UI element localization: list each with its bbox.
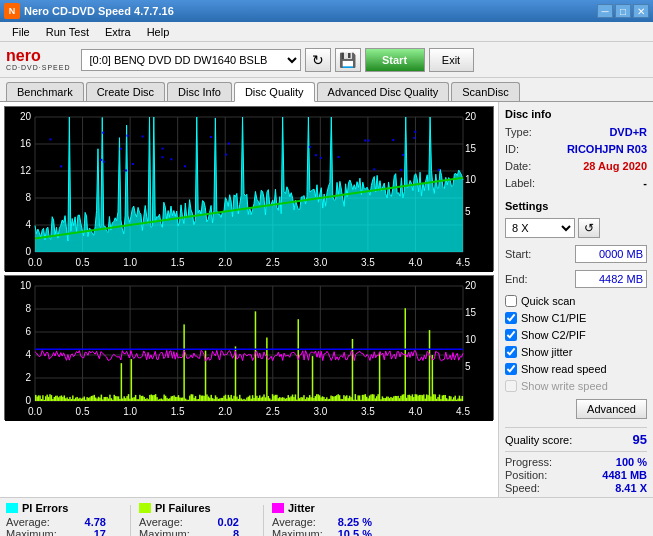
pi-failures-avg-value: 0.02: [218, 516, 239, 528]
show-jitter-label: Show jitter: [521, 346, 572, 358]
quick-scan-checkbox[interactable]: [505, 295, 517, 307]
show-read-speed-label: Show read speed: [521, 363, 607, 375]
nero-logo: nero CD·DVD·SPEED: [6, 48, 71, 71]
main-content: Disc info Type: DVD+R ID: RICOHJPN R03 D…: [0, 102, 653, 497]
quick-scan-label: Quick scan: [521, 295, 575, 307]
jitter-max-value: 10.5 %: [338, 528, 372, 536]
tab-disc-quality[interactable]: Disc Quality: [234, 82, 315, 102]
pi-errors-title: PI Errors: [22, 502, 68, 514]
end-label: End:: [505, 273, 528, 285]
top-chart: [4, 106, 494, 271]
refresh-button[interactable]: ↻: [305, 48, 331, 72]
show-write-speed-label: Show write speed: [521, 380, 608, 392]
drive-select[interactable]: [0:0] BENQ DVD DD DW1640 BSLB: [81, 49, 301, 71]
tab-benchmark[interactable]: Benchmark: [6, 82, 84, 101]
quick-scan-row: Quick scan: [505, 295, 647, 307]
pi-errors-color: [6, 503, 18, 513]
jitter-avg-label: Average:: [272, 516, 316, 528]
show-read-speed-checkbox[interactable]: [505, 363, 517, 375]
bottom-chart: [4, 275, 494, 420]
speed-row: 8 X ↺: [505, 218, 647, 238]
pi-errors-group: PI Errors Average: 4.78 Maximum: 17 Tota…: [6, 502, 106, 536]
title-bar: N Nero CD-DVD Speed 4.7.7.16 ─ □ ✕: [0, 0, 653, 22]
disc-type-row: Type: DVD+R: [505, 126, 647, 138]
disc-date-value: 28 Aug 2020: [583, 160, 647, 172]
show-c1-checkbox[interactable]: [505, 312, 517, 324]
disc-id-value: RICOHJPN R03: [567, 143, 647, 155]
pi-failures-max-value: 8: [233, 528, 239, 536]
pi-failures-header: PI Failures: [139, 502, 239, 514]
progress-row: Progress: 100 %: [505, 456, 647, 468]
divider-1: [130, 505, 131, 536]
jitter-avg-value: 8.25 %: [338, 516, 372, 528]
jitter-header: Jitter: [272, 502, 372, 514]
end-field-row: End:: [505, 270, 647, 288]
pi-errors-max: Maximum: 17: [6, 528, 106, 536]
position-row: Position: 4481 MB: [505, 469, 647, 481]
tabs: Benchmark Create Disc Disc Info Disc Qua…: [0, 78, 653, 102]
save-button[interactable]: 💾: [335, 48, 361, 72]
exit-button[interactable]: Exit: [429, 48, 474, 72]
menu-bar: File Run Test Extra Help: [0, 22, 653, 42]
minimize-button[interactable]: ─: [597, 4, 613, 18]
disc-type-value: DVD+R: [609, 126, 647, 138]
position-label: Position:: [505, 469, 547, 481]
menu-file[interactable]: File: [4, 24, 38, 40]
charts-area: [0, 102, 498, 497]
menu-run-test[interactable]: Run Test: [38, 24, 97, 40]
tab-disc-info[interactable]: Disc Info: [167, 82, 232, 101]
nero-logo-subtext: CD·DVD·SPEED: [6, 64, 71, 71]
menu-help[interactable]: Help: [139, 24, 178, 40]
progress-value: 100 %: [616, 456, 647, 468]
start-button[interactable]: Start: [365, 48, 425, 72]
jitter-group: Jitter Average: 8.25 % Maximum: 10.5 % P…: [272, 502, 372, 536]
disc-date-row: Date: 28 Aug 2020: [505, 160, 647, 172]
advanced-button[interactable]: Advanced: [576, 399, 647, 419]
speed-select[interactable]: 8 X: [505, 218, 575, 238]
pi-failures-avg: Average: 0.02: [139, 516, 239, 528]
tab-scan-disc[interactable]: ScanDisc: [451, 82, 519, 101]
start-field-row: Start:: [505, 245, 647, 263]
settings-refresh-button[interactable]: ↺: [578, 218, 600, 238]
quality-label: Quality score:: [505, 434, 572, 446]
start-field[interactable]: [575, 245, 647, 263]
show-jitter-checkbox[interactable]: [505, 346, 517, 358]
pi-failures-color: [139, 503, 151, 513]
menu-extra[interactable]: Extra: [97, 24, 139, 40]
end-field[interactable]: [575, 270, 647, 288]
title-bar-text: Nero CD-DVD Speed 4.7.7.16: [24, 5, 597, 17]
pi-failures-title: PI Failures: [155, 502, 211, 514]
show-read-speed-row: Show read speed: [505, 363, 647, 375]
settings-title: Settings: [505, 200, 647, 212]
speed-row-progress: Speed: 8.41 X: [505, 482, 647, 494]
jitter-title: Jitter: [288, 502, 315, 514]
disc-type-label: Type:: [505, 126, 532, 138]
nero-logo-text: nero: [6, 48, 41, 64]
stats-bar: PI Errors Average: 4.78 Maximum: 17 Tota…: [0, 497, 653, 536]
show-c1-row: Show C1/PIE: [505, 312, 647, 324]
toolbar: nero CD·DVD·SPEED [0:0] BENQ DVD DD DW16…: [0, 42, 653, 78]
pi-errors-max-label: Maximum:: [6, 528, 57, 536]
pi-failures-group: PI Failures Average: 0.02 Maximum: 8 Tot…: [139, 502, 239, 536]
title-bar-controls: ─ □ ✕: [597, 4, 649, 18]
disc-label-row: Label: -: [505, 177, 647, 189]
maximize-button[interactable]: □: [615, 4, 631, 18]
show-c1-label: Show C1/PIE: [521, 312, 586, 324]
progress-section: Progress: 100 % Position: 4481 MB Speed:…: [505, 451, 647, 495]
disc-id-row: ID: RICOHJPN R03: [505, 143, 647, 155]
tab-create-disc[interactable]: Create Disc: [86, 82, 165, 101]
pi-failures-max: Maximum: 8: [139, 528, 239, 536]
position-value: 4481 MB: [602, 469, 647, 481]
jitter-color: [272, 503, 284, 513]
jitter-max: Maximum: 10.5 %: [272, 528, 372, 536]
pi-failures-max-label: Maximum:: [139, 528, 190, 536]
show-write-speed-row: Show write speed: [505, 380, 647, 392]
jitter-avg: Average: 8.25 %: [272, 516, 372, 528]
jitter-max-label: Maximum:: [272, 528, 323, 536]
disc-id-label: ID:: [505, 143, 519, 155]
show-c2-checkbox[interactable]: [505, 329, 517, 341]
disc-label-label: Label:: [505, 177, 535, 189]
quality-score: 95: [633, 432, 647, 447]
tab-advanced-disc-quality[interactable]: Advanced Disc Quality: [317, 82, 450, 101]
close-button[interactable]: ✕: [633, 4, 649, 18]
